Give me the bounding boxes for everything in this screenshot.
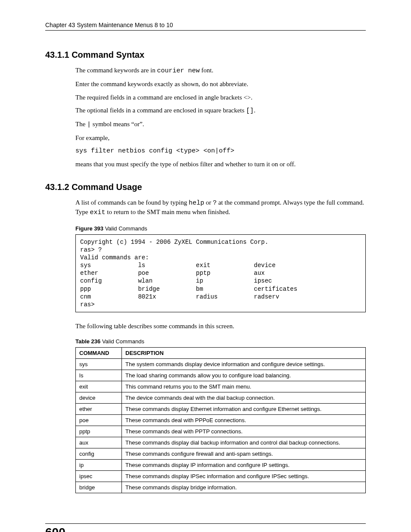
section-heading-command-usage: 43.1.2 Command Usage — [45, 182, 366, 192]
table-row: bridgeThese commands display bridge info… — [76, 482, 366, 493]
cmd-cell: aux — [76, 437, 122, 448]
para: means that you must specify the type of … — [75, 160, 366, 168]
code-inline: help — [189, 199, 204, 207]
cmd-cell: ipsec — [76, 471, 122, 482]
para: The | symbol means “or”. — [75, 120, 366, 129]
desc-cell: These commands display dial backup infor… — [122, 437, 366, 448]
para: The required fields in a command are enc… — [75, 93, 366, 102]
code-box-valid-commands: Copyright (c) 1994 - 2006 ZyXEL Communic… — [75, 234, 366, 313]
th-command: COMMAND — [76, 348, 122, 359]
desc-cell: The load sharing commands allow you to c… — [122, 370, 366, 381]
page-footer: 600 ZyWALL 2WG User’s Guide — [45, 523, 366, 532]
desc-cell: The system commands display device infor… — [122, 359, 366, 370]
cmd-cell: exit — [76, 381, 122, 392]
table-row: lsThe load sharing commands allow you to… — [76, 370, 366, 381]
th-description: DESCRIPTION — [122, 348, 366, 359]
table-row: pptpThese commands deal with PPTP connec… — [76, 426, 366, 437]
commands-table: COMMAND DESCRIPTION sysThe system comman… — [75, 347, 366, 493]
table-row: sysThe system commands display device in… — [76, 359, 366, 370]
para: The command keywords are in courier new … — [75, 66, 366, 75]
text: A list of commands can be found by typin… — [75, 199, 189, 206]
code-inline: courier new — [157, 67, 200, 75]
text: The command keywords are in — [75, 67, 157, 74]
code-inline: exit — [90, 209, 106, 216]
table-row: etherThese commands display Ethernet inf… — [76, 404, 366, 415]
code-inline: | — [87, 121, 91, 128]
cmd-cell: poe — [76, 415, 122, 426]
section-heading-command-syntax: 43.1.1 Command Syntax — [45, 50, 366, 60]
page-number: 600 — [45, 526, 65, 532]
para: A list of commands can be found by typin… — [75, 198, 366, 218]
text: The — [75, 121, 87, 128]
desc-cell: The device commands deal with the dial b… — [122, 392, 366, 404]
section1-body: The command keywords are in courier new … — [75, 66, 366, 168]
code-inline: ? — [213, 199, 217, 207]
para: The following table describes some comma… — [75, 322, 366, 330]
table-row: poeThese commands deal with PPPoE connec… — [76, 415, 366, 426]
para: Enter the command keywords exactly as sh… — [75, 80, 366, 88]
figure-label: Figure 393 — [75, 225, 103, 232]
table-row: configThese commands configure firewall … — [76, 448, 366, 460]
text: font. — [200, 67, 214, 74]
cmd-cell: bridge — [76, 482, 122, 493]
table-row: ipsecThese commands display IPSec inform… — [76, 471, 366, 482]
cmd-cell: config — [76, 448, 122, 460]
cmd-cell: ls — [76, 370, 122, 381]
cmd-cell: device — [76, 392, 122, 404]
para: For example, — [75, 134, 366, 142]
table-caption: Table 236 Valid Commands — [75, 338, 366, 345]
cmd-cell: ip — [76, 460, 122, 471]
desc-cell: These commands display IPSec information… — [122, 471, 366, 482]
cmd-cell: sys — [76, 359, 122, 370]
text: . — [254, 107, 255, 114]
code-inline: [] — [246, 107, 254, 115]
text: or — [204, 199, 213, 206]
cmd-cell: ether — [76, 404, 122, 415]
code-line: sys filter netbios config <type> <on|off… — [75, 147, 366, 156]
desc-cell: These commands display bridge informatio… — [122, 482, 366, 493]
figure-caption: Figure 393 Valid Commands — [75, 225, 366, 232]
table-label: Table 236 — [75, 338, 100, 345]
desc-cell: These commands configure firewall and an… — [122, 448, 366, 460]
section2-body: A list of commands can be found by typin… — [75, 198, 366, 493]
cmd-cell: pptp — [76, 426, 122, 437]
text: to return to the SMT main menu when fini… — [106, 208, 230, 215]
table-row: deviceThe device commands deal with the … — [76, 392, 366, 404]
table-header-row: COMMAND DESCRIPTION — [76, 348, 366, 359]
table-title: Valid Commands — [100, 338, 144, 345]
table-row: ipThese commands display IP information … — [76, 460, 366, 471]
desc-cell: These commands deal with PPTP connection… — [122, 426, 366, 437]
text: symbol means “or”. — [91, 121, 144, 128]
desc-cell: This command returns you to the SMT main… — [122, 381, 366, 392]
text: The optional fields in a command are enc… — [75, 107, 246, 114]
table-row: exitThis command returns you to the SMT … — [76, 381, 366, 392]
desc-cell: These commands display IP information an… — [122, 460, 366, 471]
desc-cell: These commands display Ethernet informat… — [122, 404, 366, 415]
table-row: auxThese commands display dial backup in… — [76, 437, 366, 448]
page-header: Chapter 43 System Maintenance Menus 8 to… — [45, 22, 366, 31]
figure-title: Valid Commands — [103, 225, 147, 232]
desc-cell: These commands deal with PPPoE connectio… — [122, 415, 366, 426]
para: The optional fields in a command are enc… — [75, 106, 366, 115]
